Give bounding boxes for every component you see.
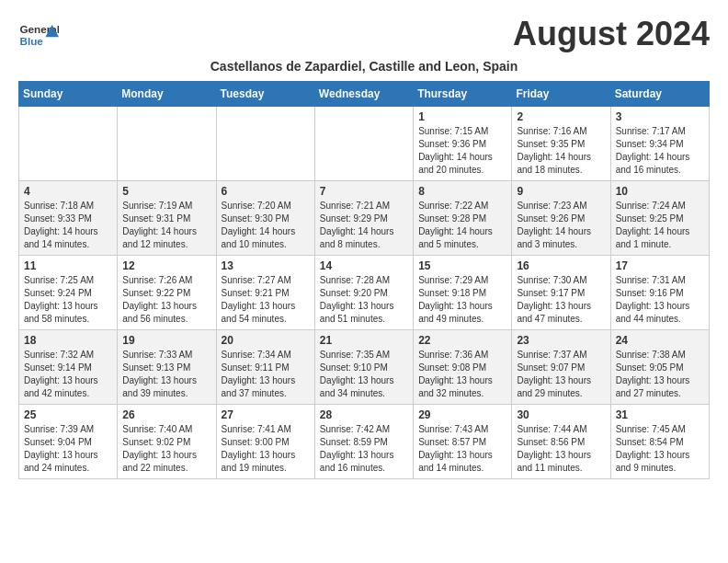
day-number: 20 — [222, 334, 310, 347]
day-info: Sunrise: 7:33 AM Sunset: 9:13 PM Dayligh… — [122, 349, 210, 400]
day-number: 23 — [517, 334, 605, 347]
day-info: Sunrise: 7:37 AM Sunset: 9:07 PM Dayligh… — [517, 349, 605, 400]
calendar-cell: 15Sunrise: 7:29 AM Sunset: 9:18 PM Dayli… — [414, 256, 512, 330]
day-info: Sunrise: 7:44 AM Sunset: 8:56 PM Dayligh… — [517, 423, 605, 475]
calendar-week-row: 18Sunrise: 7:32 AM Sunset: 9:14 PM Dayli… — [19, 330, 710, 405]
calendar-cell: 23Sunrise: 7:37 AM Sunset: 9:07 PM Dayli… — [512, 330, 610, 405]
calendar-cell: 18Sunrise: 7:32 AM Sunset: 9:14 PM Dayli… — [19, 330, 118, 405]
calendar-cell: 1Sunrise: 7:15 AM Sunset: 9:36 PM Daylig… — [414, 107, 512, 181]
day-number: 26 — [122, 408, 210, 421]
day-number: 16 — [517, 259, 605, 272]
day-info: Sunrise: 7:26 AM Sunset: 9:22 PM Dayligh… — [122, 274, 210, 326]
day-number: 13 — [222, 259, 310, 272]
calendar-cell: 20Sunrise: 7:34 AM Sunset: 9:11 PM Dayli… — [216, 330, 314, 405]
calendar-cell: 28Sunrise: 7:42 AM Sunset: 8:59 PM Dayli… — [314, 405, 413, 479]
weekday-header-sunday: Sunday — [19, 82, 118, 107]
day-number: 4 — [24, 185, 112, 198]
calendar-cell: 26Sunrise: 7:40 AM Sunset: 9:02 PM Dayli… — [118, 405, 216, 479]
calendar-cell: 13Sunrise: 7:27 AM Sunset: 9:21 PM Dayli… — [216, 256, 314, 330]
day-number: 10 — [616, 185, 704, 198]
calendar-cell — [216, 107, 314, 181]
calendar-cell: 29Sunrise: 7:43 AM Sunset: 8:57 PM Dayli… — [414, 405, 512, 479]
day-number: 18 — [24, 334, 112, 347]
day-info: Sunrise: 7:21 AM Sunset: 9:29 PM Dayligh… — [320, 200, 408, 251]
day-number: 25 — [24, 408, 112, 421]
day-info: Sunrise: 7:24 AM Sunset: 9:25 PM Dayligh… — [616, 200, 704, 251]
calendar-table: SundayMondayTuesdayWednesdayThursdayFrid… — [18, 81, 710, 479]
calendar-week-row: 11Sunrise: 7:25 AM Sunset: 9:24 PM Dayli… — [19, 256, 710, 330]
day-info: Sunrise: 7:39 AM Sunset: 9:04 PM Dayligh… — [24, 423, 112, 475]
calendar-cell — [314, 107, 413, 181]
day-number: 8 — [418, 185, 506, 198]
day-number: 5 — [122, 185, 210, 198]
calendar-cell: 30Sunrise: 7:44 AM Sunset: 8:56 PM Dayli… — [512, 405, 610, 479]
calendar-cell: 11Sunrise: 7:25 AM Sunset: 9:24 PM Dayli… — [19, 256, 118, 330]
day-number: 1 — [418, 110, 506, 123]
weekday-header-monday: Monday — [118, 82, 216, 107]
day-info: Sunrise: 7:30 AM Sunset: 9:17 PM Dayligh… — [517, 274, 605, 326]
month-year-title: August 2024 — [513, 15, 710, 53]
day-info: Sunrise: 7:41 AM Sunset: 9:00 PM Dayligh… — [222, 423, 310, 475]
weekday-header-row: SundayMondayTuesdayWednesdayThursdayFrid… — [19, 82, 710, 107]
day-number: 9 — [517, 185, 605, 198]
calendar-cell: 27Sunrise: 7:41 AM Sunset: 9:00 PM Dayli… — [216, 405, 314, 479]
calendar-cell: 25Sunrise: 7:39 AM Sunset: 9:04 PM Dayli… — [19, 405, 118, 479]
weekday-header-thursday: Thursday — [414, 82, 512, 107]
day-number: 19 — [122, 334, 210, 347]
day-info: Sunrise: 7:38 AM Sunset: 9:05 PM Dayligh… — [616, 349, 704, 400]
day-info: Sunrise: 7:17 AM Sunset: 9:34 PM Dayligh… — [616, 125, 704, 177]
calendar-cell — [118, 107, 216, 181]
logo: General Blue — [18, 15, 59, 55]
day-info: Sunrise: 7:20 AM Sunset: 9:30 PM Dayligh… — [222, 200, 310, 251]
day-info: Sunrise: 7:32 AM Sunset: 9:14 PM Dayligh… — [24, 349, 112, 400]
calendar-cell: 16Sunrise: 7:30 AM Sunset: 9:17 PM Dayli… — [512, 256, 610, 330]
day-number: 27 — [222, 408, 310, 421]
day-info: Sunrise: 7:28 AM Sunset: 9:20 PM Dayligh… — [320, 274, 408, 326]
day-number: 21 — [320, 334, 408, 347]
day-number: 14 — [320, 259, 408, 272]
calendar-cell: 19Sunrise: 7:33 AM Sunset: 9:13 PM Dayli… — [118, 330, 216, 405]
day-number: 3 — [616, 110, 704, 123]
day-info: Sunrise: 7:16 AM Sunset: 9:35 PM Dayligh… — [517, 125, 605, 177]
day-info: Sunrise: 7:45 AM Sunset: 8:54 PM Dayligh… — [616, 423, 704, 475]
day-info: Sunrise: 7:29 AM Sunset: 9:18 PM Dayligh… — [418, 274, 506, 326]
calendar-cell: 8Sunrise: 7:22 AM Sunset: 9:28 PM Daylig… — [414, 181, 512, 256]
day-number: 12 — [122, 259, 210, 272]
day-info: Sunrise: 7:27 AM Sunset: 9:21 PM Dayligh… — [222, 274, 310, 326]
calendar-cell: 2Sunrise: 7:16 AM Sunset: 9:35 PM Daylig… — [512, 107, 610, 181]
calendar-cell: 17Sunrise: 7:31 AM Sunset: 9:16 PM Dayli… — [610, 256, 709, 330]
day-number: 6 — [222, 185, 310, 198]
day-number: 29 — [418, 408, 506, 421]
calendar-cell: 24Sunrise: 7:38 AM Sunset: 9:05 PM Dayli… — [610, 330, 709, 405]
day-info: Sunrise: 7:40 AM Sunset: 9:02 PM Dayligh… — [122, 423, 210, 475]
day-info: Sunrise: 7:15 AM Sunset: 9:36 PM Dayligh… — [418, 125, 506, 177]
day-info: Sunrise: 7:35 AM Sunset: 9:10 PM Dayligh… — [320, 349, 408, 400]
page-header: General Blue August 2024 — [18, 15, 710, 55]
calendar-cell: 10Sunrise: 7:24 AM Sunset: 9:25 PM Dayli… — [610, 181, 709, 256]
day-number: 17 — [616, 259, 704, 272]
calendar-cell: 22Sunrise: 7:36 AM Sunset: 9:08 PM Dayli… — [414, 330, 512, 405]
day-info: Sunrise: 7:23 AM Sunset: 9:26 PM Dayligh… — [517, 200, 605, 251]
day-info: Sunrise: 7:19 AM Sunset: 9:31 PM Dayligh… — [122, 200, 210, 251]
weekday-header-wednesday: Wednesday — [314, 82, 413, 107]
calendar-cell: 21Sunrise: 7:35 AM Sunset: 9:10 PM Dayli… — [314, 330, 413, 405]
day-number: 2 — [517, 110, 605, 123]
day-number: 31 — [616, 408, 704, 421]
calendar-cell: 4Sunrise: 7:18 AM Sunset: 9:33 PM Daylig… — [19, 181, 118, 256]
calendar-week-row: 4Sunrise: 7:18 AM Sunset: 9:33 PM Daylig… — [19, 181, 710, 256]
day-number: 15 — [418, 259, 506, 272]
weekday-header-saturday: Saturday — [610, 82, 709, 107]
day-number: 24 — [616, 334, 704, 347]
generalblue-logo-icon: General Blue — [18, 15, 59, 55]
calendar-cell: 12Sunrise: 7:26 AM Sunset: 9:22 PM Dayli… — [118, 256, 216, 330]
svg-text:Blue: Blue — [19, 35, 43, 47]
day-info: Sunrise: 7:18 AM Sunset: 9:33 PM Dayligh… — [24, 200, 112, 251]
weekday-header-friday: Friday — [512, 82, 610, 107]
weekday-header-tuesday: Tuesday — [216, 82, 314, 107]
calendar-cell: 9Sunrise: 7:23 AM Sunset: 9:26 PM Daylig… — [512, 181, 610, 256]
day-info: Sunrise: 7:36 AM Sunset: 9:08 PM Dayligh… — [418, 349, 506, 400]
day-number: 7 — [320, 185, 408, 198]
day-number: 11 — [24, 259, 112, 272]
calendar-cell: 31Sunrise: 7:45 AM Sunset: 8:54 PM Dayli… — [610, 405, 709, 479]
location-subtitle: Castellanos de Zapardiel, Castille and L… — [18, 59, 710, 74]
